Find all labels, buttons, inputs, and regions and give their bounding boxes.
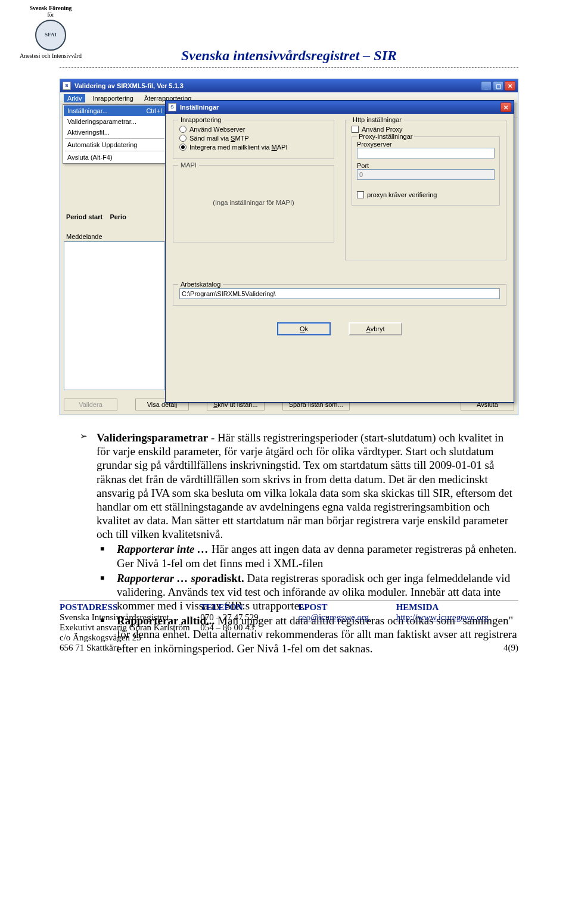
org-logo-block: Svensk Förening för SFAI Anestesi och In… bbox=[12, 5, 89, 59]
ok-button[interactable]: Ok bbox=[277, 322, 331, 335]
http-group: Http inställningar Använd Proxy Proxy-in… bbox=[345, 120, 506, 260]
radio-webserver[interactable]: Använd Webserver bbox=[179, 126, 328, 133]
menu-arkiv[interactable]: Arkiv bbox=[64, 94, 85, 102]
menu-item-installningar[interactable]: Inställningar... Ctrl+I bbox=[64, 105, 166, 116]
validera-button[interactable]: Validera bbox=[64, 399, 117, 410]
dialog-title: Inställningar bbox=[180, 104, 219, 111]
app-title: Validering av SIRXML5-fil, Ver 5.1.3 bbox=[74, 82, 184, 89]
footer-post-l3: c/o Ängskogsvägen 23 bbox=[60, 633, 200, 643]
radio-mapi[interactable]: Integrera med mailklient via MAPI bbox=[179, 144, 328, 151]
org-logo: SFAI bbox=[35, 20, 66, 51]
org-line3: Anestesi och Intensivvård bbox=[12, 52, 89, 59]
dialog-titlebar: S Inställningar ✕ bbox=[166, 101, 514, 114]
minimize-button[interactable]: _ bbox=[481, 81, 492, 91]
org-line1: Svensk Förening bbox=[12, 5, 89, 11]
list-item-main: ➢ Valideringsparametrar - Här ställs reg… bbox=[80, 431, 518, 541]
http-legend: Http inställningar bbox=[350, 116, 404, 123]
meddelande-label: Meddelande bbox=[66, 233, 102, 240]
checkbox-icon bbox=[357, 191, 364, 198]
arbetskatalog-legend: Arbetskatalog bbox=[178, 281, 223, 288]
square-bullet-icon: ■ bbox=[100, 542, 117, 570]
proxy-settings-group: Proxy-inställningar Proxyserver Port pro… bbox=[352, 136, 500, 206]
arkiv-dropdown: Inställningar... Ctrl+I Valideringsparam… bbox=[63, 104, 167, 164]
footer-epost-head: EPOST bbox=[298, 602, 396, 612]
checkbox-icon bbox=[352, 126, 359, 133]
inrapportering-legend: Inrapportering bbox=[178, 116, 224, 123]
page-number: 4(9) bbox=[503, 643, 518, 653]
footer-tel-l2: 054 – 86 00 43 bbox=[200, 623, 298, 633]
arbetskatalog-input[interactable] bbox=[179, 288, 500, 299]
menu-item-aktiveringsfil[interactable]: Aktiveringsfil... bbox=[64, 127, 166, 138]
app-icon: S bbox=[63, 82, 71, 90]
dialog-icon: S bbox=[168, 103, 176, 111]
mapi-group: MAPI (Inga inställningar för MAPI) bbox=[173, 165, 334, 242]
dialog-buttons: Ok Avbryt bbox=[173, 322, 506, 335]
proxyserver-input[interactable] bbox=[357, 148, 495, 158]
inrapportering-group: Inrapportering Använd Webserver Sänd mai… bbox=[173, 120, 334, 159]
sub-item-rapporterar-inte: ■ Rapporterar inte … Här anges att ingen… bbox=[100, 542, 518, 570]
footer-divider bbox=[60, 601, 518, 601]
footer-epost-link[interactable]: ceo@icuregswe.org bbox=[298, 612, 369, 622]
footer-tel-l1: 070 – 27 47 529 bbox=[200, 612, 298, 623]
port-input[interactable] bbox=[357, 169, 495, 180]
radio-smtp[interactable]: Sänd mail via SMTP bbox=[179, 135, 328, 142]
menu-item-valideringsparametrar[interactable]: Valideringsparametrar... bbox=[64, 116, 166, 127]
port-label: Port bbox=[357, 162, 495, 169]
dialog-close-button[interactable]: ✕ bbox=[500, 102, 511, 112]
use-proxy-checkbox[interactable]: Använd Proxy bbox=[352, 126, 500, 133]
header-divider bbox=[60, 67, 518, 68]
footer-hemsida-head: HEMSIDA bbox=[396, 602, 518, 612]
mapi-note: (Inga inställningar för MAPI) bbox=[213, 199, 294, 206]
footer-post-head: POSTADRESS bbox=[60, 602, 200, 612]
footer-tel-head: TELEFON bbox=[200, 602, 298, 612]
proxy-verify-checkbox[interactable]: proxyn kräver verifiering bbox=[357, 191, 495, 198]
menu-item-autoupdate[interactable]: Automatisk Uppdatering bbox=[64, 139, 166, 150]
proxy-settings-legend: Proxy-inställningar bbox=[357, 133, 414, 140]
mapi-legend: MAPI bbox=[178, 161, 199, 169]
org-line2: för bbox=[12, 11, 89, 18]
radio-icon bbox=[179, 144, 186, 151]
main-paragraph: Valideringsparametrar - Här ställs regis… bbox=[97, 431, 518, 541]
radio-icon bbox=[179, 135, 186, 142]
app-window: S Validering av SIRXML5-fil, Ver 5.1.3 _… bbox=[60, 79, 518, 415]
radio-icon bbox=[179, 126, 186, 133]
period-labels: Period start Perio bbox=[66, 213, 126, 220]
cancel-button[interactable]: Avbryt bbox=[349, 322, 402, 335]
close-button[interactable]: ✕ bbox=[505, 81, 515, 91]
chevron-right-icon: ➢ bbox=[80, 431, 97, 541]
installningar-dialog: S Inställningar ✕ Inrapportering Använd … bbox=[165, 100, 514, 403]
page-footer: POSTADRESS Svenska Intensivvårdsregistre… bbox=[60, 601, 518, 653]
menu-inrapportering[interactable]: Inrapportering bbox=[89, 94, 137, 102]
proxyserver-label: Proxyserver bbox=[357, 141, 495, 148]
footer-hemsida-link[interactable]: http://www.icuregswe.org bbox=[396, 612, 489, 622]
maximize-button[interactable]: ▢ bbox=[493, 81, 503, 91]
document-title: Svenska intensivvårdsregistret – SIR bbox=[60, 48, 518, 64]
meddelande-listbox[interactable] bbox=[64, 241, 165, 390]
footer-post-l4: 656 71 Skattkärr bbox=[60, 643, 200, 653]
arbetskatalog-group: Arbetskatalog bbox=[173, 284, 506, 306]
footer-post-l2: Exekutivt ansvarig Göran Karlström bbox=[60, 623, 200, 633]
app-titlebar: S Validering av SIRXML5-fil, Ver 5.1.3 _… bbox=[60, 79, 518, 92]
footer-post-l1: Svenska Intensivvårdsregistret bbox=[60, 612, 200, 623]
menu-item-avsluta[interactable]: Avsluta (Alt-F4) bbox=[64, 152, 166, 163]
